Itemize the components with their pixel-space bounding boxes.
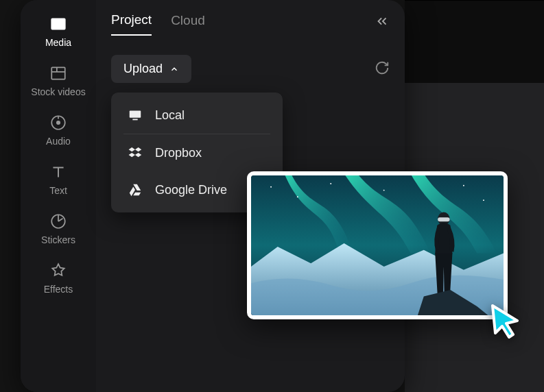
chevron-up-icon — [169, 64, 179, 74]
tab-cloud[interactable]: Cloud — [171, 13, 205, 35]
upload-menu-item-dropbox[interactable]: Dropbox — [111, 134, 283, 171]
stock-videos-icon — [49, 64, 67, 82]
audio-icon — [49, 114, 67, 132]
stickers-icon — [49, 212, 67, 230]
dropbox-icon — [128, 145, 143, 160]
upload-menu-item-label: Local — [155, 108, 185, 123]
sidebar-item-label: Audio — [46, 136, 71, 147]
effects-icon — [49, 262, 67, 280]
upload-button[interactable]: Upload — [111, 55, 191, 83]
sidebar-item-text[interactable]: Text — [21, 163, 96, 196]
tabs: Project Cloud — [111, 12, 390, 36]
svg-point-16 — [297, 196, 298, 197]
svg-rect-12 — [130, 111, 141, 118]
svg-point-20 — [483, 199, 484, 201]
chevrons-left-icon — [375, 14, 390, 29]
sidebar-item-label: Effects — [44, 284, 73, 295]
sidebar-item-stickers[interactable]: Stickers — [21, 212, 96, 245]
sidebar-item-label: Text — [49, 185, 67, 196]
tab-project[interactable]: Project — [111, 12, 152, 36]
upload-menu-item-label: Google Drive — [155, 183, 227, 197]
refresh-icon — [375, 60, 390, 75]
sidebar-item-label: Stickers — [41, 234, 75, 245]
svg-rect-13 — [132, 119, 137, 121]
upload-row: Upload — [111, 55, 390, 83]
thumbnail-image — [251, 175, 504, 315]
upload-menu-item-local[interactable]: Local — [111, 97, 283, 134]
sidebar-item-stock-videos[interactable]: Stock videos — [21, 64, 96, 97]
svg-rect-22 — [438, 217, 449, 221]
sidebar-item-effects[interactable]: Effects — [21, 262, 96, 295]
svg-point-15 — [270, 186, 272, 188]
sidebar-item-media[interactable]: Media — [21, 15, 96, 48]
text-icon — [49, 163, 67, 181]
svg-point-17 — [330, 183, 331, 184]
local-icon — [128, 108, 143, 123]
svg-point-5 — [57, 121, 60, 124]
upload-menu-item-label: Dropbox — [155, 146, 202, 160]
sidebar-item-label: Media — [45, 37, 71, 48]
sidebar: Media Stock videos Audio Text — [21, 0, 96, 392]
sidebar-item-audio[interactable]: Audio — [21, 114, 96, 147]
svg-rect-1 — [51, 67, 65, 79]
svg-point-18 — [383, 190, 385, 191]
media-icon — [49, 15, 67, 33]
google-drive-icon — [128, 182, 143, 197]
media-thumbnail[interactable] — [247, 171, 508, 319]
svg-point-19 — [463, 185, 464, 186]
sidebar-item-label: Stock videos — [31, 86, 85, 97]
upload-button-label: Upload — [123, 62, 163, 76]
refresh-button[interactable] — [375, 60, 390, 78]
collapse-panel-button[interactable] — [375, 14, 390, 32]
cursor-pointer-icon — [487, 302, 525, 340]
svg-line-11 — [58, 219, 63, 221]
